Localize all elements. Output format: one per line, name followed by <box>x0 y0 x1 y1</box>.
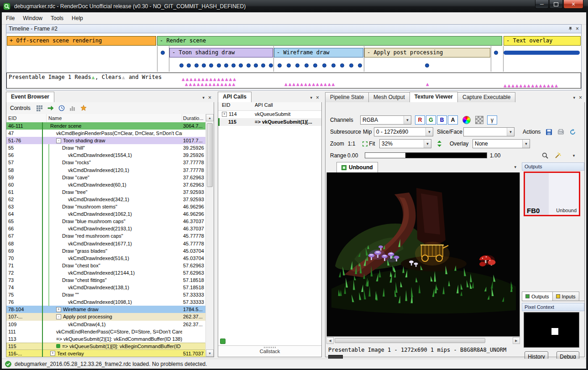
channels-select[interactable]: RGBA ▾ <box>360 115 411 125</box>
table-row[interactable]: 63Draw "mushroom stems"46.96296 <box>6 203 206 210</box>
expand-toggle-icon[interactable]: - <box>56 138 61 143</box>
panel-menu-icon[interactable]: ▾ <box>310 95 312 100</box>
table-row[interactable]: 113=> vkQueueSubmit(2)[1]: vkEndCommandB… <box>6 335 206 343</box>
table-row[interactable]: 115=> vkQueueSubmit(1)[0]: vkBeginComman… <box>6 343 206 350</box>
channel-g-button[interactable]: G <box>426 115 436 125</box>
panel-menu-icon[interactable]: ▾ <box>202 95 205 100</box>
expand-toggle-icon[interactable]: + <box>50 351 55 356</box>
write-marker-group[interactable]: ▲▲▲▲▲▲▲▲▲▲▲▲▲▲ <box>504 80 559 89</box>
event-dot[interactable] <box>224 63 228 68</box>
range-slider[interactable] <box>365 152 487 158</box>
event-dot[interactable] <box>340 63 344 68</box>
column-header[interactable]: EID <box>218 102 255 110</box>
table-row[interactable]: 71Draw "chest box"57.62963 <box>6 262 206 269</box>
event-dot[interactable] <box>161 51 165 55</box>
table-row[interactable]: 65Draw "blue mushroom caps"46.37037 <box>6 218 206 225</box>
event-dot[interactable] <box>217 63 221 68</box>
table-row[interactable]: 47vkCmdBeginRenderPass(C=Clear, D=Clear,… <box>6 130 206 137</box>
minimize-button[interactable]: ─ <box>535 0 549 9</box>
panel-close-icon[interactable]: × <box>316 95 319 100</box>
panel-menu-icon[interactable]: ▾ <box>573 95 575 100</box>
event-dot[interactable] <box>358 63 362 68</box>
tab-capture-executable[interactable]: Capture Executable <box>457 92 515 102</box>
event-dot[interactable] <box>247 63 251 68</box>
tab-mesh-output[interactable]: Mesh Output <box>368 92 410 102</box>
texture-viewport[interactable] <box>326 172 520 337</box>
menu-item-help[interactable]: Help <box>68 14 87 23</box>
tab-inputs[interactable]: Inputs <box>552 292 579 301</box>
panel-close-icon[interactable]: × <box>579 95 582 100</box>
refresh-button[interactable] <box>567 127 578 137</box>
panel-close-icon[interactable]: × <box>208 95 211 100</box>
column-header[interactable]: Name <box>47 114 182 122</box>
expand-toggle-icon[interactable]: + <box>56 307 61 312</box>
pixel-context-view[interactable] <box>524 312 579 348</box>
texture-hscrollbar[interactable]: ◀ ▶ <box>326 337 520 344</box>
table-row[interactable]: 57Draw "rocks"37.77778 <box>6 159 206 166</box>
overlay-select[interactable]: None ▾ <box>472 139 530 148</box>
zoom-1to1-button[interactable]: 1:1 <box>346 139 357 148</box>
gamma-button[interactable]: γ <box>487 115 497 125</box>
flip-y-button[interactable] <box>434 139 444 149</box>
tab-pipeline-state[interactable]: Pipeline State <box>325 92 369 102</box>
menu-item-window[interactable]: Window <box>19 14 47 23</box>
event-browser-scrollbar[interactable]: ▲ ▼ <box>205 114 214 357</box>
event-dot[interactable] <box>231 63 236 68</box>
timeline-bar[interactable]: - Render scene <box>157 36 502 46</box>
event-dot[interactable] <box>209 63 213 68</box>
table-row[interactable]: 68vkCmdDrawIndexed(1677,1)45.77778 <box>6 240 206 247</box>
write-marker-group[interactable]: ▲ <box>426 79 430 88</box>
table-row[interactable]: 76vkCmdDrawIndexed(1098,1)57.33333 <box>6 298 206 306</box>
table-row[interactable]: 46-111Render scene3064.7... <box>6 122 206 130</box>
write-marker-group[interactable]: ▲▲▲▲▲▲▲▲▲▲▲▲▲ <box>284 79 336 88</box>
zoom-level-select[interactable]: 32% ▾ <box>379 139 431 148</box>
channel-a-button[interactable]: A <box>448 115 458 125</box>
table-row[interactable]: 111vkCmdEndRenderPass(C=Store, D=Store, … <box>6 328 206 335</box>
maximize-button[interactable] <box>549 0 563 9</box>
table-row[interactable]: 64vkCmdDrawIndexed(1062,1)46.96296 <box>6 210 206 218</box>
table-row[interactable]: 51-76-Toon shading draw1017.7... <box>6 137 206 144</box>
event-dot[interactable] <box>494 51 498 55</box>
table-row[interactable]: 78-104+Wireframe draw1784.5... <box>6 306 206 313</box>
timeline-bar[interactable]: - Wireframe draw <box>274 48 363 57</box>
table-row[interactable]: 61Draw "tree"37.92593 <box>6 188 206 196</box>
event-dot[interactable] <box>254 63 258 68</box>
event-dot[interactable] <box>331 63 336 68</box>
table-row[interactable]: 66vkCmdDrawIndexed(2193,1)46.37037 <box>6 225 206 232</box>
title-bar[interactable]: debugmarker.rdc - RenderDoc Unofficial r… <box>0 0 588 12</box>
fb0-thumbnail[interactable]: FB0 Unbound <box>524 172 580 216</box>
event-dot[interactable] <box>349 63 353 68</box>
scroll-up-button[interactable]: ▲ <box>206 114 214 121</box>
bookmark-button[interactable] <box>79 104 88 113</box>
timeline-close-icon[interactable]: × <box>576 26 579 31</box>
scroll-down-button[interactable]: ▼ <box>206 349 214 357</box>
event-dot[interactable] <box>295 63 299 68</box>
event-dot[interactable] <box>261 63 265 68</box>
timeline-bar[interactable]: + Off-screen scene rendering <box>7 36 156 46</box>
table-row[interactable]: +114vkQueueSubmit <box>218 110 321 118</box>
event-dot[interactable] <box>239 63 243 68</box>
menu-item-tools[interactable]: Tools <box>47 14 68 23</box>
checker-background-button[interactable] <box>474 115 484 125</box>
goto-eid-button[interactable] <box>46 104 55 113</box>
event-dot[interactable] <box>202 63 206 68</box>
table-row[interactable]: 56vkCmdDrawIndexed(1554,1)39.25926 <box>6 151 206 159</box>
expand-toggle-icon[interactable]: - <box>56 314 61 319</box>
timeline-span-bar[interactable] <box>504 51 580 55</box>
table-row[interactable]: 116-...+Text overlay511.7037 <box>6 350 206 357</box>
tab-texture-viewer[interactable]: Texture Viewer <box>410 92 458 102</box>
table-row[interactable]: 60vkCmdDrawIndexed(60,1)37.62963 <box>6 181 206 188</box>
autofit-range-button[interactable] <box>553 151 563 161</box>
time-draws-button[interactable] <box>57 104 66 113</box>
timeline-bar[interactable]: - Apply post processing <box>364 48 490 57</box>
tab-outputs[interactable]: Outputs <box>522 292 553 301</box>
stats-button[interactable] <box>68 104 77 113</box>
column-header[interactable]: EID <box>6 114 47 122</box>
table-row[interactable]: 59Draw "cave"37.62963 <box>6 174 206 181</box>
event-dot[interactable] <box>425 63 429 68</box>
table-row[interactable]: 72vkCmdDrawIndexed(12144,1)57.62963 <box>6 269 206 276</box>
texture-list-icon[interactable]: ▾ <box>514 165 516 169</box>
tab-api-calls[interactable]: API Calls <box>218 92 252 102</box>
event-dot[interactable] <box>278 63 282 68</box>
channel-b-button[interactable]: B <box>437 115 447 125</box>
